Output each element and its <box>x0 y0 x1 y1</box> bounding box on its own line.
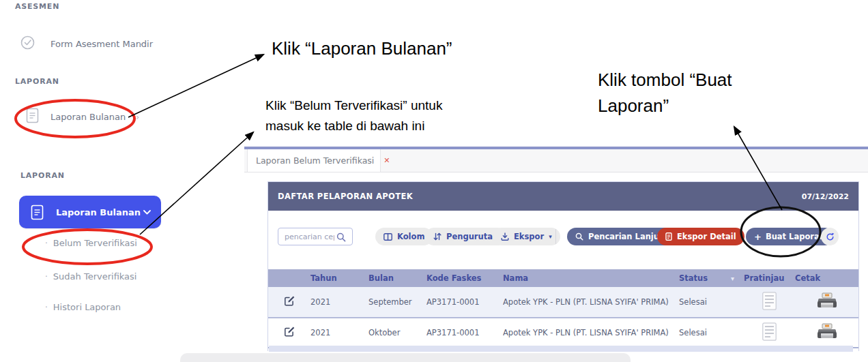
pengurutan-label: Pengurutan <box>446 232 498 241</box>
cetak-cell[interactable] <box>795 287 858 318</box>
sidebar-item-histori-laporan[interactable]: ·Histori Laporan <box>45 302 121 312</box>
cell-nama: Apotek YPK - PLN (PT. LISNA SYIFA' PRIMA… <box>503 318 679 348</box>
sidebar-item-sudah-terverifikasi[interactable]: ·Sudah Terverifikasi <box>45 271 136 282</box>
table-row: 2021 September AP3171-0001 Apotek YPK - … <box>268 287 858 318</box>
tab-label: Laporan Belum Terverifikasi <box>256 155 374 166</box>
kolom-label: Kolom <box>397 232 424 241</box>
cell-tahun: 2021 <box>310 287 368 318</box>
file-icon <box>665 232 672 241</box>
bullet-icon: · <box>45 303 48 312</box>
annotation-line: masuk ke table di bawah ini <box>265 116 442 136</box>
download-icon <box>501 232 509 241</box>
tab-laporan-belum-terverifikasi[interactable]: Laporan Belum Terverifikasi ✕ <box>247 149 381 172</box>
report-panel: DAFTAR PELAPORAN APOTEK 07/12/2022 Kolom <box>267 181 859 351</box>
sidebar-section-asesmen: ASESMEN <box>15 2 59 11</box>
chevron-right-icon: › <box>139 39 142 49</box>
cetak-cell[interactable] <box>795 318 858 348</box>
sidebar-button-label: Laporan Bulanan <box>56 207 141 217</box>
chevron-right-icon: › <box>136 112 139 122</box>
report-table: Tahun Bulan Kode Faskes Nama Status▾ Pra… <box>268 269 858 348</box>
sidebar-subitem-label: Sudah Terverifikasi <box>53 271 137 282</box>
cell-kode-faskes: AP3171-0001 <box>426 318 503 348</box>
annotation-note-buat-laporan: Klik tombol “Buat Laporan” <box>598 67 732 119</box>
sidebar-section-laporan-2: LAPORAN <box>20 171 65 180</box>
refresh-icon <box>826 232 835 241</box>
edit-icon <box>284 326 295 337</box>
cell-status: Selesai <box>679 287 744 318</box>
ekspor-detail-label: Ekspor Detail <box>677 232 736 241</box>
sidebar-item-belum-terverifikasi[interactable]: ·Belum Terverifikasi <box>45 238 137 248</box>
edit-cell[interactable] <box>268 318 310 348</box>
column-header-cetak[interactable]: Cetak <box>795 269 858 287</box>
column-header-status[interactable]: Status▾ <box>679 269 744 287</box>
sidebar-subitem-label: Histori Laporan <box>53 302 121 312</box>
pratinjau-cell[interactable] <box>744 287 795 318</box>
cell-status: Selesai <box>679 318 744 348</box>
kolom-button[interactable]: Kolom <box>375 228 433 245</box>
buat-laporan-button[interactable]: + Buat Laporan <box>746 228 833 245</box>
cell-kode-faskes: AP3171-0001 <box>426 287 503 318</box>
check-circle-icon <box>20 35 35 52</box>
panel-date: 07/12/2022 <box>802 192 849 201</box>
annotation-line: Klik “Belum Terverifikasi” untuk <box>265 95 442 116</box>
tutorial-screenshot: ASESMEN Form Asesment Mandir › LAPORAN L… <box>0 0 868 362</box>
ekspor-button[interactable]: Ekspor ▾ <box>493 228 560 245</box>
table-row: 2021 Oktober AP3171-0001 Apotek YPK - PL… <box>268 318 858 348</box>
tab-bar: Laporan Belum Terverifikasi ✕ <box>244 149 868 172</box>
sidebar-button-laporan-bulanan[interactable]: Laporan Bulanan <box>19 196 161 228</box>
preview-document-icon <box>762 322 777 341</box>
ekspor-detail-button[interactable]: Ekspor Detail <box>657 228 744 245</box>
sidebar-item-laporan-bulanan[interactable]: Laporan Bulanan <box>50 112 126 122</box>
sidebar-subitem-label: Belum Terverifikasi <box>53 238 137 248</box>
column-header-tahun[interactable]: Tahun <box>310 269 368 287</box>
column-header-pratinjau[interactable]: Pratinjau <box>744 269 795 287</box>
bullet-icon: · <box>45 272 48 282</box>
annotation-note-laporan-bulanan: Klik “Laporan Bulanan” <box>272 38 452 59</box>
cell-tahun: 2021 <box>310 318 368 348</box>
column-header-edit <box>268 269 310 287</box>
annotation-note-belum-terverifikasi: Klik “Belum Terverifikasi” untuk masuk k… <box>265 95 442 136</box>
column-header-bulan[interactable]: Bulan <box>368 269 426 287</box>
annotation-line: Klik tombol “Buat <box>598 67 732 93</box>
document-icon <box>26 108 39 126</box>
cell-nama: Apotek YPK - PLN (PT. LISNA SYIFA' PRIMA… <box>503 287 679 318</box>
panel-header: DAFTAR PELAPORAN APOTEK 07/12/2022 <box>268 182 858 211</box>
caret-down-icon: ▾ <box>549 233 552 240</box>
edit-cell[interactable] <box>268 287 310 318</box>
edit-icon <box>284 295 295 307</box>
sort-caret-icon[interactable]: ▾ <box>731 275 734 282</box>
bottom-edge-bar <box>180 353 631 362</box>
column-header-kode-faskes[interactable]: Kode Faskes <box>426 269 503 287</box>
toolbar-divider <box>555 229 556 244</box>
table-header-row: Tahun Bulan Kode Faskes Nama Status▾ Pra… <box>268 269 858 287</box>
columns-icon <box>384 233 392 241</box>
annotation-arrow-1 <box>128 55 263 117</box>
annotation-line: Laporan” <box>598 93 732 119</box>
preview-document-icon <box>762 292 777 310</box>
document-icon <box>31 205 44 220</box>
pratinjau-cell[interactable] <box>744 318 795 348</box>
column-header-nama[interactable]: Nama <box>503 269 679 287</box>
search-icon <box>336 232 346 245</box>
sidebar-item-form-asesment[interactable]: Form Asesment Mandir <box>50 39 153 49</box>
buat-laporan-label: Buat Laporan <box>766 232 825 241</box>
sidebar-section-laporan-1: LAPORAN <box>15 77 59 86</box>
panel-title: DAFTAR PELAPORAN APOTEK <box>278 192 413 201</box>
ekspor-label: Ekspor <box>514 232 544 241</box>
chevron-down-icon <box>143 210 151 215</box>
tab-close-icon[interactable]: ✕ <box>384 156 390 165</box>
printer-icon <box>817 292 837 310</box>
sort-icon <box>433 232 442 241</box>
cell-bulan: September <box>368 287 426 318</box>
cell-bulan: Oktober <box>368 318 426 348</box>
partial-row <box>269 346 853 352</box>
plus-icon: + <box>754 232 762 242</box>
search-icon <box>575 232 583 241</box>
bullet-icon: · <box>45 239 48 248</box>
refresh-button[interactable] <box>821 228 839 245</box>
printer-icon <box>817 323 837 340</box>
